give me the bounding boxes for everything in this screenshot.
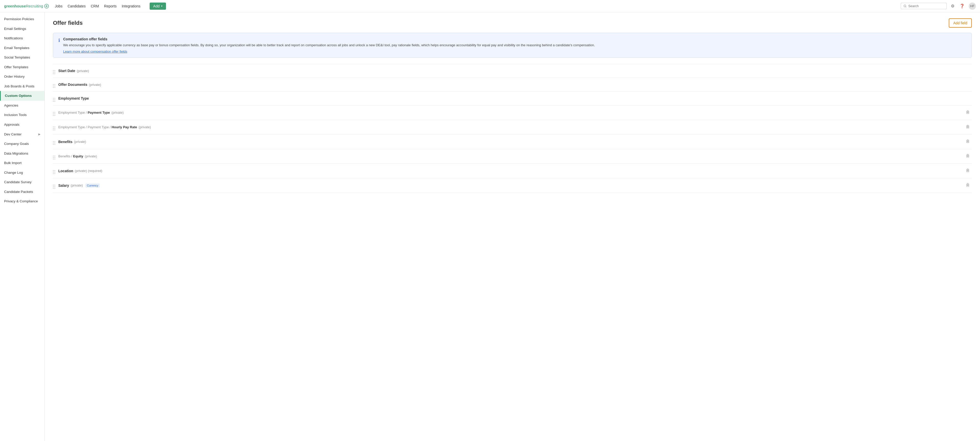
banner-title: Compensation offer fields — [63, 37, 595, 41]
sidebar-item-custom-options[interactable]: Custom Options — [0, 91, 45, 101]
field-breadcrumb: Employment Type / Payment Type / Hourly … — [58, 125, 137, 129]
nav-reports[interactable]: Reports — [104, 4, 117, 8]
drag-handle[interactable] — [53, 138, 55, 145]
field-meta: (private) — [138, 125, 151, 129]
app-body: Permission PoliciesEmail SettingsNotific… — [0, 12, 980, 441]
sidebar-item-approvals[interactable]: Approvals — [0, 120, 45, 130]
sidebar-item-candidate-packets[interactable]: Candidate Packets — [0, 187, 45, 197]
user-avatar[interactable]: HF — [969, 3, 976, 10]
svg-rect-17 — [967, 155, 967, 157]
field-breadcrumb: Employment Type / Payment Type — [58, 111, 110, 114]
page-header: Offer fields Add field — [53, 18, 972, 28]
top-nav: greenhouse Recruiting Jobs Candidates CR… — [0, 0, 980, 12]
sidebar-item-candidate-survey[interactable]: Candidate Survey — [0, 177, 45, 187]
add-button[interactable]: Add ▾ — [150, 3, 166, 10]
svg-rect-28 — [968, 184, 969, 186]
sidebar-item-social-templates[interactable]: Social Templates — [0, 52, 45, 62]
drag-handle[interactable] — [53, 81, 55, 88]
field-meta: (private) — [77, 69, 89, 73]
sidebar-item-dev-center[interactable]: Dev Center▶ — [0, 130, 45, 139]
nav-crm[interactable]: CRM — [91, 4, 99, 8]
drag-handle[interactable] — [53, 124, 55, 130]
svg-rect-27 — [967, 184, 967, 186]
field-group-employment-type-group: Employment Type — [53, 92, 972, 106]
drag-handle[interactable] — [53, 182, 55, 189]
sidebar-item-agencies[interactable]: Agencies — [0, 101, 45, 110]
delete-button[interactable] — [964, 153, 972, 160]
field-row-payment-type: Employment Type / Payment Type (private) — [53, 106, 972, 120]
logo[interactable]: greenhouse Recruiting — [4, 4, 49, 8]
svg-rect-12 — [967, 141, 967, 142]
fields-list: Start Date (private) Offer Documents (pr… — [53, 64, 972, 193]
field-row-equity: Benefits / Equity (private) — [53, 149, 972, 164]
search-icon — [904, 4, 907, 8]
field-content: Start Date (private) — [58, 69, 972, 73]
sidebar-item-data-migrations[interactable]: Data Migrations — [0, 149, 45, 159]
svg-rect-29 — [967, 184, 968, 186]
svg-rect-23 — [968, 170, 969, 171]
sidebar-item-company-goals[interactable]: Company Goals — [0, 139, 45, 149]
delete-button[interactable] — [964, 138, 972, 145]
info-banner: ℹ Compensation offer fields We encourage… — [53, 33, 972, 58]
delete-button[interactable] — [964, 124, 972, 131]
sidebar-item-email-templates[interactable]: Email Templates — [0, 43, 45, 53]
banner-link[interactable]: Learn more about compensation offer fiel… — [63, 49, 127, 53]
sidebar-item-change-log[interactable]: Change Log — [0, 168, 45, 178]
sidebar-item-notifications[interactable]: Notifications — [0, 33, 45, 43]
nav-jobs[interactable]: Jobs — [55, 4, 63, 8]
field-row-salary: Salary (private) Currency — [53, 178, 972, 193]
delete-button[interactable] — [964, 182, 972, 189]
field-name: Offer Documents — [58, 82, 88, 87]
logo-greenhouse-text: greenhouse — [4, 4, 26, 8]
field-row-location: Location (private) (required) — [53, 164, 972, 178]
sidebar: Permission PoliciesEmail SettingsNotific… — [0, 12, 45, 441]
nav-links: Jobs Candidates CRM Reports Integrations… — [55, 3, 166, 10]
svg-rect-19 — [967, 155, 968, 157]
group-title: Employment Type — [58, 96, 89, 100]
field-row-hourly-pay-rate: Employment Type / Payment Type / Hourly … — [53, 120, 972, 135]
field-content: Employment Type / Payment Type (private) — [58, 111, 961, 114]
field-meta: (private) — [89, 83, 101, 87]
drag-handle[interactable] — [53, 109, 55, 116]
field-content: Benefits (private) — [58, 140, 961, 144]
drag-handle[interactable] — [53, 168, 55, 174]
add-chevron-icon: ▾ — [161, 5, 162, 7]
nav-integrations[interactable]: Integrations — [122, 4, 140, 8]
add-field-button[interactable]: Add field — [949, 18, 972, 28]
sidebar-item-job-boards-posts[interactable]: Job Boards & Posts — [0, 81, 45, 91]
field-breadcrumb: Benefits / Equity — [58, 154, 83, 158]
search-box[interactable] — [901, 3, 947, 9]
drag-handle[interactable] — [53, 153, 55, 159]
drag-handle[interactable] — [53, 95, 55, 102]
field-content: Employment Type / Payment Type / Hourly … — [58, 125, 961, 129]
delete-button[interactable] — [964, 167, 972, 174]
field-row-offer-documents: Offer Documents (private) — [53, 78, 972, 92]
svg-rect-18 — [968, 155, 969, 157]
drag-handle[interactable] — [53, 68, 55, 74]
sidebar-item-bulk-import[interactable]: Bulk Import — [0, 158, 45, 168]
delete-button[interactable] — [964, 109, 972, 116]
settings-button[interactable]: ⚙ — [950, 3, 955, 10]
sidebar-item-privacy-compliance[interactable]: Privacy & Compliance — [0, 197, 45, 206]
svg-rect-3 — [968, 112, 969, 113]
nav-candidates[interactable]: Candidates — [67, 4, 86, 8]
sidebar-item-email-settings[interactable]: Email Settings — [0, 24, 45, 34]
sidebar-item-offer-templates[interactable]: Offer Templates — [0, 62, 45, 72]
sidebar-item-order-history[interactable]: Order History — [0, 72, 45, 81]
sidebar-item-inclusion-tools[interactable]: Inclusion Tools — [0, 110, 45, 120]
field-name: Benefits — [58, 140, 72, 144]
field-content: Benefits / Equity (private) — [58, 154, 961, 158]
field-content: Salary (private) Currency — [58, 184, 961, 187]
svg-rect-2 — [967, 112, 967, 113]
nav-right: ⚙ ❓ HF — [901, 3, 976, 10]
svg-rect-14 — [967, 141, 968, 142]
sidebar-item-permission-policies[interactable]: Permission Policies — [0, 14, 45, 24]
svg-rect-8 — [968, 126, 969, 128]
main-content: Offer fields Add field ℹ Compensation of… — [45, 12, 980, 441]
field-tag: Currency — [86, 184, 100, 187]
field-meta: (private) — [71, 184, 83, 187]
svg-rect-22 — [967, 170, 967, 171]
field-content: Offer Documents (private) — [58, 82, 972, 87]
search-input[interactable] — [908, 4, 944, 8]
help-button[interactable]: ❓ — [959, 3, 966, 10]
